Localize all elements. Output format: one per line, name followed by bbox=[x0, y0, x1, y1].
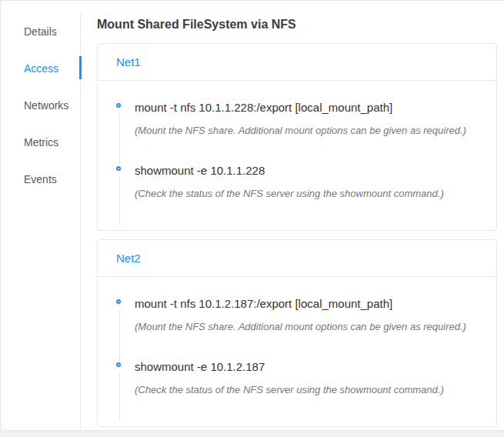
timeline-dot-icon bbox=[116, 362, 121, 367]
network-card-net1: Net1 mount -t nfs 10.1.1.228:/export [lo… bbox=[97, 43, 497, 231]
timeline-dot-icon bbox=[116, 166, 121, 171]
tab-details[interactable]: Details bbox=[1, 13, 80, 50]
tab-metrics[interactable]: Metrics bbox=[1, 124, 80, 161]
mount-command: mount -t nfs 10.1.1.228:/export [local_m… bbox=[135, 99, 478, 116]
mount-command: mount -t nfs 10.1.2.187:/export [local_m… bbox=[135, 295, 478, 312]
network-card-net2: Net2 mount -t nfs 10.1.2.187:/export [lo… bbox=[97, 239, 497, 427]
card-body: mount -t nfs 10.1.2.187:/export [local_m… bbox=[98, 277, 496, 426]
card-body: mount -t nfs 10.1.1.228:/export [local_m… bbox=[98, 81, 496, 230]
timeline-dot-icon bbox=[116, 299, 121, 304]
access-panel: Details Access Networks Metrics Events M… bbox=[0, 0, 504, 431]
command-description: (Mount the NFS share. Additional mount o… bbox=[135, 320, 478, 334]
left-tab-list: Details Access Networks Metrics Events bbox=[1, 13, 81, 430]
command-description: (Mount the NFS share. Additional mount o… bbox=[135, 124, 478, 138]
network-card-title: Net1 bbox=[98, 44, 496, 81]
timeline-dot-icon bbox=[116, 103, 121, 108]
tab-panel-access: Mount Shared FileSystem via NFS Net1 mou… bbox=[81, 1, 502, 430]
network-card-title: Net2 bbox=[98, 240, 496, 277]
timeline-step: mount -t nfs 10.1.2.187:/export [local_m… bbox=[116, 295, 478, 359]
showmount-command: showmount -e 10.1.1.228 bbox=[135, 162, 478, 179]
command-description: (Check the status of the NFS server usin… bbox=[135, 383, 478, 397]
timeline-step: showmount -e 10.1.2.187 (Check the statu… bbox=[116, 359, 478, 419]
tab-events[interactable]: Events bbox=[1, 161, 80, 198]
tab-networks[interactable]: Networks bbox=[1, 87, 80, 124]
tab-access[interactable]: Access bbox=[1, 50, 80, 87]
timeline-step: mount -t nfs 10.1.1.228:/export [local_m… bbox=[116, 99, 478, 162]
command-description: (Check the status of the NFS server usin… bbox=[135, 187, 478, 201]
page-title: Mount Shared FileSystem via NFS bbox=[97, 18, 497, 31]
timeline-step: showmount -e 10.1.1.228 (Check the statu… bbox=[116, 162, 478, 222]
showmount-command: showmount -e 10.1.2.187 bbox=[135, 359, 478, 375]
